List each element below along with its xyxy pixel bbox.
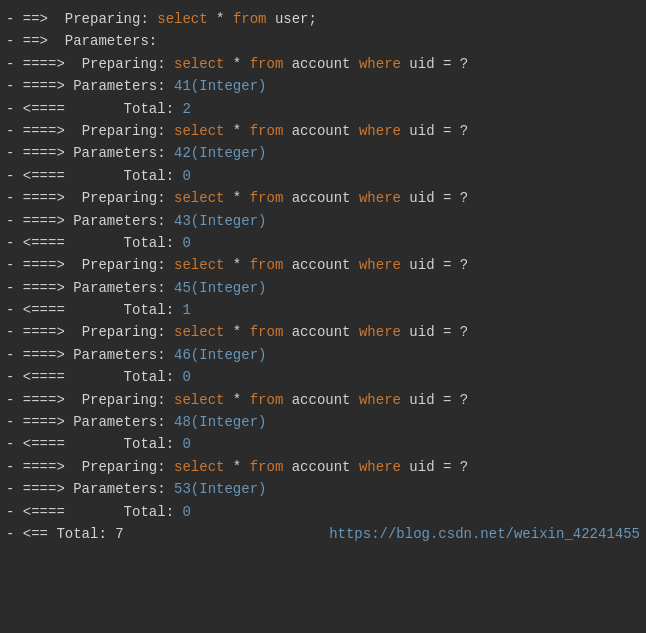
line-14: - <==== Total: 1: [4, 299, 642, 321]
url-line: - <== Total: 7 https://blog.csdn.net/wei…: [4, 523, 642, 545]
line-6: - ====> Preparing: select * from account…: [4, 120, 642, 142]
terminal-output: - ==> Preparing: select * from user; - =…: [0, 0, 646, 633]
line-11: - <==== Total: 0: [4, 232, 642, 254]
line-3: - ====> Preparing: select * from account…: [4, 53, 642, 75]
line-12: - ====> Preparing: select * from account…: [4, 254, 642, 276]
line-13: - ====> Parameters: 45(Integer): [4, 277, 642, 299]
sql-keyword-select-1: select: [157, 8, 207, 30]
line-20: - <==== Total: 0: [4, 433, 642, 455]
line-17: - <==== Total: 0: [4, 366, 642, 388]
line-21: - ====> Preparing: select * from account…: [4, 456, 642, 478]
line-19: - ====> Parameters: 48(Integer): [4, 411, 642, 433]
line-16: - ====> Parameters: 46(Integer): [4, 344, 642, 366]
url-link[interactable]: https://blog.csdn.net/weixin_42241455: [329, 523, 640, 545]
line-2: - ==> Parameters:: [4, 30, 642, 52]
label-1: Preparing:: [65, 8, 157, 30]
line-4: - ====> Parameters: 41(Integer): [4, 75, 642, 97]
prefix-1: - ==>: [6, 8, 65, 30]
line-9: - ====> Preparing: select * from account…: [4, 187, 642, 209]
line-22: - ====> Parameters: 53(Integer): [4, 478, 642, 500]
line-23: - <==== Total: 0: [4, 501, 642, 523]
line-10: - ====> Parameters: 43(Integer): [4, 210, 642, 232]
line-18: - ====> Preparing: select * from account…: [4, 389, 642, 411]
line-1: - ==> Preparing: select * from user;: [4, 8, 642, 30]
line-15: - ====> Preparing: select * from account…: [4, 321, 642, 343]
line-5: - <==== Total: 2: [4, 98, 642, 120]
line-8: - <==== Total: 0: [4, 165, 642, 187]
line-7: - ====> Parameters: 42(Integer): [4, 142, 642, 164]
